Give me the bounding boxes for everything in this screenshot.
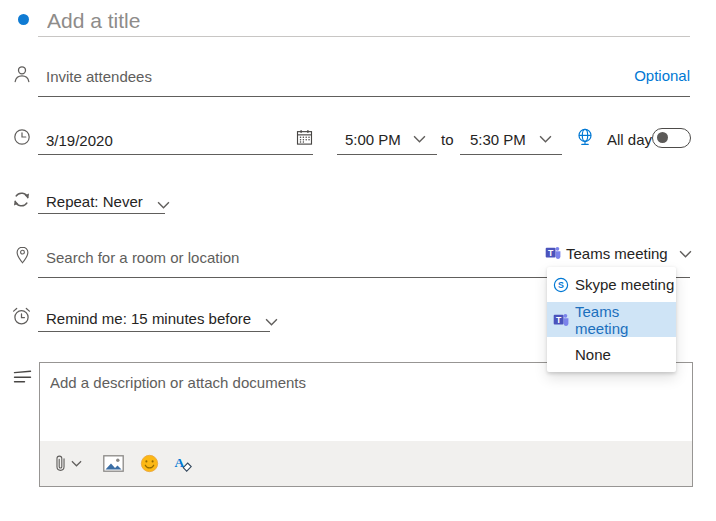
location-search-input[interactable] bbox=[38, 247, 506, 267]
optional-attendees-link[interactable]: Optional bbox=[634, 67, 690, 84]
meeting-provider-menu: S Skype meeting T Teams meeting None bbox=[547, 267, 676, 372]
skype-icon: S bbox=[553, 277, 569, 293]
meeting-provider-chevron-down-icon bbox=[679, 244, 692, 262]
attach-icon[interactable] bbox=[54, 454, 67, 473]
end-time-underline bbox=[460, 154, 562, 155]
teams-icon: T bbox=[553, 312, 569, 328]
menu-item-label: Skype meeting bbox=[575, 276, 674, 293]
menu-item-skype-meeting[interactable]: S Skype meeting bbox=[547, 267, 676, 302]
date-picker-calendar-icon[interactable] bbox=[296, 129, 313, 146]
menu-item-label: Teams meeting bbox=[575, 303, 676, 337]
menu-item-none[interactable]: None bbox=[547, 337, 676, 372]
reminder-label: Remind me: 15 minutes before bbox=[46, 310, 251, 327]
attendees-person-icon bbox=[12, 64, 32, 84]
attendees-input[interactable] bbox=[38, 66, 596, 86]
start-time-value[interactable]: 5:00 PM bbox=[345, 131, 401, 148]
start-date-input[interactable] bbox=[38, 130, 294, 150]
description-editor: A bbox=[39, 362, 693, 487]
all-day-toggle[interactable] bbox=[652, 128, 691, 148]
svg-text:T: T bbox=[556, 314, 562, 324]
repeat-label: Repeat: Never bbox=[46, 193, 143, 210]
repeat-underline bbox=[38, 213, 165, 214]
repeat-sync-icon bbox=[12, 190, 31, 209]
all-day-toggle-knob bbox=[657, 132, 668, 143]
meeting-provider-selected-label: Teams meeting bbox=[566, 245, 668, 262]
teams-icon: T bbox=[545, 245, 561, 261]
all-day-label: All day bbox=[607, 131, 652, 148]
reminder-underline bbox=[38, 331, 270, 332]
svg-text:S: S bbox=[558, 280, 564, 290]
event-compose-form: Optional 5:00 PM to 5:30 PM bbox=[0, 0, 716, 521]
repeat-dropdown[interactable]: Repeat: Never bbox=[46, 193, 170, 212]
clear-formatting-icon[interactable]: A bbox=[174, 454, 193, 473]
menu-item-teams-meeting[interactable]: T Teams meeting bbox=[547, 302, 676, 337]
end-time-value[interactable]: 5:30 PM bbox=[470, 131, 526, 148]
location-pin-icon bbox=[14, 245, 31, 265]
start-time-chevron-down-icon[interactable] bbox=[413, 135, 426, 143]
title-input[interactable] bbox=[38, 7, 699, 35]
clock-icon bbox=[13, 128, 31, 146]
category-color-dot bbox=[18, 14, 29, 25]
description-input[interactable] bbox=[50, 374, 670, 434]
svg-text:T: T bbox=[548, 248, 554, 258]
title-underline bbox=[38, 36, 690, 37]
menu-item-label: None bbox=[575, 346, 611, 363]
insert-image-icon[interactable] bbox=[103, 455, 124, 472]
description-lines-icon bbox=[12, 369, 33, 385]
reminder-dropdown[interactable]: Remind me: 15 minutes before bbox=[46, 310, 278, 329]
end-time-chevron-down-icon[interactable] bbox=[539, 135, 552, 143]
reminder-alarm-icon bbox=[11, 306, 32, 327]
to-label: to bbox=[441, 131, 454, 148]
reminder-chevron-down-icon bbox=[265, 312, 278, 329]
attach-chevron-down-icon[interactable] bbox=[71, 460, 82, 467]
description-toolbar: A bbox=[40, 441, 692, 486]
timezone-globe-icon[interactable] bbox=[575, 127, 595, 147]
emoji-icon[interactable] bbox=[140, 454, 159, 473]
attendees-underline bbox=[38, 96, 690, 97]
date-underline bbox=[38, 154, 313, 155]
repeat-chevron-down-icon bbox=[157, 195, 170, 212]
start-time-underline bbox=[337, 154, 437, 155]
meeting-provider-dropdown-button[interactable]: T Teams meeting bbox=[545, 244, 692, 262]
